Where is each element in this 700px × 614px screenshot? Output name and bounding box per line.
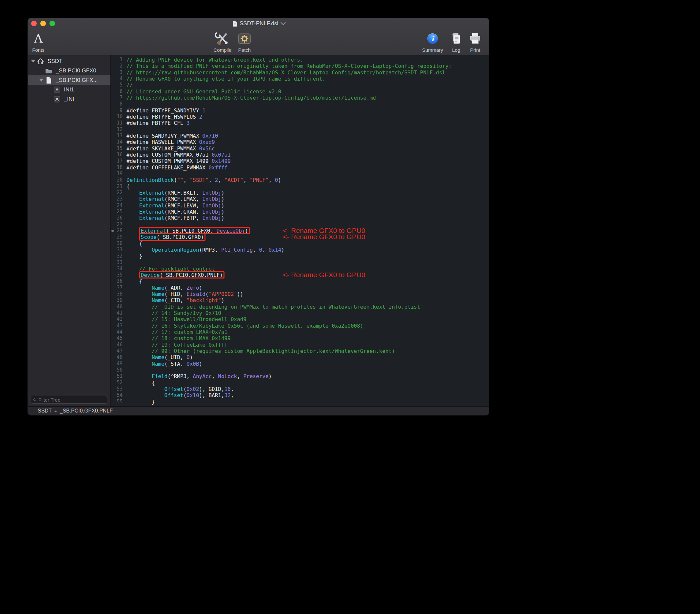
line-number: 52 <box>111 380 123 386</box>
code-token: 2 <box>199 114 202 120</box>
line-number: 18 <box>111 164 123 171</box>
code-line[interactable]: 11#define FBTYPE_CFL 3 <box>111 120 489 126</box>
code-line[interactable]: 15#define SKYLAKE_PWMMAX 0x56c <box>111 146 489 152</box>
code-line[interactable]: 55 } <box>111 399 489 405</box>
line-number: 24 <box>111 202 123 209</box>
code-line[interactable]: 51 Field(^RMP3, AnyAcc, NoLock, Preserve… <box>111 373 489 379</box>
rename-annotation: <- Rename GFX0 to GPU0 <box>283 234 365 240</box>
code-line[interactable]: 14#define HASWELL_PWMMAX 0xad9 <box>111 139 489 145</box>
code-line[interactable]: 23 External(RMCF.LMAX, IntObj) <box>111 196 489 202</box>
code-line[interactable]: 20DefinitionBlock("", "SSDT", 2, "ACDT",… <box>111 177 489 183</box>
code-line[interactable]: 39 Name(_CID, "backlight") <box>111 297 489 303</box>
code-token: #define COFFEELAKE_PWMMAX <box>126 164 209 171</box>
code-line[interactable]: 22 External(RMCF.BKLT, IntObj) <box>111 190 489 196</box>
zoom-button[interactable] <box>49 21 55 26</box>
code-line[interactable]: 41 // 14: Sandy/Ivy 0x710 <box>111 310 489 316</box>
code-line[interactable]: 42 // 15: Haswell/Broadwell 0xad9 <box>111 316 489 322</box>
line-number: 39 <box>111 297 123 303</box>
code-line[interactable]: 9#define FBTYPE_SANDYIVY 1 <box>111 108 489 114</box>
sidebar-item-ini1[interactable]: INI1 <box>28 85 110 95</box>
code-token: Name <box>152 297 164 303</box>
code-token <box>126 291 152 297</box>
code-token: 0xffff <box>209 164 227 171</box>
code-text: { <box>126 278 142 284</box>
code-line[interactable]: 38 Name(_HID, EisaId("APP0002")) <box>111 291 489 297</box>
fonts-button[interactable]: A Fonts <box>28 31 57 53</box>
code-line[interactable]: 54 Offset(0x10), BAR1,32, <box>111 392 489 398</box>
sidebar-item-ssdt[interactable]: SSDT <box>28 57 110 66</box>
code-line[interactable]: 5// <box>111 82 489 88</box>
statusbar-path-root[interactable]: SSDT <box>38 408 52 414</box>
disclosure-triangle[interactable] <box>39 79 43 82</box>
code-line[interactable]: 52 { <box>111 380 489 386</box>
code-token: 0x56c <box>199 146 215 152</box>
filter-tree-field[interactable] <box>30 396 107 404</box>
code-line[interactable]: 53 Offset(0x02), GDID,16, <box>111 386 489 392</box>
code-line[interactable]: 43 // 16: Skylake/KabyLake 0x56c (and so… <box>111 323 489 329</box>
code-token: (_SB.PCI0.GFX0) <box>157 234 204 240</box>
code-line[interactable]: 48 Name(_UID, 0) <box>111 354 489 360</box>
print-button[interactable]: Print <box>457 31 489 53</box>
sidebar-item-sb-pci0-gfx0-pnlf[interactable]: _SB.PCI0.GFX... <box>28 75 110 85</box>
code-text: #define SANDYIVY_PWMMAX 0x710 <box>126 133 218 139</box>
code-line[interactable]: 40 // _UID is set depending on PWMMax to… <box>111 304 489 310</box>
code-line[interactable]: 16#define CUSTOM_PWMMAX_07a1 0x07a1 <box>111 152 489 158</box>
code-line[interactable]: 4// Rename GFX0 to anything else if your… <box>111 76 489 82</box>
code-token <box>126 285 152 291</box>
code-line[interactable]: 8 <box>111 101 489 107</box>
method-icon <box>53 96 61 102</box>
fonts-icon: A <box>34 33 42 45</box>
code-line[interactable]: 30 { <box>111 240 489 247</box>
code-line[interactable]: 26 External(RMCF.FBTP, IntObj) <box>111 215 489 221</box>
line-number: 47 <box>111 348 123 354</box>
code-line[interactable]: 7// https://github.com/RehabMan/OS-X-Clo… <box>111 95 489 101</box>
code-line[interactable]: 44 // 17: custom LMAX=0x7a1 <box>111 329 489 335</box>
chevron-down-icon[interactable] <box>280 20 286 25</box>
code-line[interactable]: 3// https://raw.githubusercontent.com/Re… <box>111 70 489 76</box>
code-line[interactable]: 17#define CUSTOM_PWMMAX_1499 0x1499 <box>111 158 489 164</box>
code-token: (_ADR, <box>164 285 186 291</box>
code-line[interactable]: 45 // 18: custom LMAX=0x1499 <box>111 335 489 341</box>
code-text: // 16: Skylake/KabyLake 0x56c (and some … <box>126 323 363 329</box>
sidebar-item-ini[interactable]: _INI <box>28 95 110 104</box>
code-line[interactable]: 10#define FBTYPE_HSWPLUS 2 <box>111 114 489 120</box>
code-line[interactable]: 36 { <box>111 278 489 284</box>
code-line[interactable]: 1// Adding PNLF device for WhateverGreen… <box>111 57 489 63</box>
code-line[interactable]: 21{ <box>111 184 489 190</box>
code-line[interactable]: 24 External(RMCF.LEVW, IntObj) <box>111 202 489 209</box>
code-token: #define FBTYPE_HSWPLUS <box>126 114 199 120</box>
code-line[interactable]: 31 OperationRegion(RMP3, PCI_Config, 0, … <box>111 247 489 253</box>
code-line[interactable]: 25 External(RMCF.GRAN, IntObj) <box>111 209 489 215</box>
code-line[interactable]: 46 // 19: CoffeeLake 0xffff <box>111 342 489 348</box>
code-line[interactable]: 2// This is a modified PNLF version orig… <box>111 63 489 69</box>
disclosure-triangle[interactable] <box>31 60 35 63</box>
code-line[interactable]: 50 <box>111 367 489 373</box>
titlebar[interactable]: SSDT-PNLF.dsl <box>28 18 489 29</box>
document-proxy[interactable]: SSDT-PNLF.dsl <box>232 18 285 29</box>
code-line[interactable]: 32 } <box>111 253 489 259</box>
code-editor[interactable]: 1// Adding PNLF device for WhateverGreen… <box>111 55 489 406</box>
code-line[interactable]: 6// Licensed under GNU General Public Li… <box>111 88 489 95</box>
patch-button[interactable]: Patch <box>226 31 262 53</box>
statusbar-path-item[interactable]: _SB.PCI0.GFX0.PNLF <box>60 408 113 414</box>
close-button[interactable] <box>31 21 37 26</box>
code-line[interactable]: 12 <box>111 126 489 133</box>
minimize-button[interactable] <box>40 21 46 26</box>
code-line[interactable]: 33 <box>111 260 489 266</box>
filter-tree-input[interactable] <box>38 397 104 403</box>
line-number: 6 <box>111 88 123 95</box>
code-token: IntObj <box>202 190 221 196</box>
line-number: 8 <box>111 101 123 107</box>
code-token: , <box>212 373 218 379</box>
code-line[interactable]: 19 <box>111 171 489 177</box>
sidebar-item-sb-pci0-gfx0[interactable]: _SB.PCI0.GFX0 <box>28 66 110 75</box>
code-line[interactable]: 29 Scope(_SB.PCI0.GFX0)<- Rename GFX0 to… <box>111 234 489 240</box>
code-line[interactable]: 37 Name(_ADR, Zero) <box>111 285 489 291</box>
code-text: // For backlight control <box>126 266 215 272</box>
code-line[interactable]: 35 Device(_SB.PCI0.GFX0.PNLF)<- Rename G… <box>111 272 489 278</box>
code-line[interactable]: 49 Name(_STA, 0x0B) <box>111 361 489 367</box>
code-line[interactable]: 18#define COFFEELAKE_PWMMAX 0xffff <box>111 164 489 171</box>
code-line[interactable]: 13#define SANDYIVY_PWMMAX 0x710 <box>111 133 489 139</box>
traffic-lights <box>31 21 55 26</box>
code-line[interactable]: 47 // 99: Other (requires custom AppleBa… <box>111 348 489 354</box>
